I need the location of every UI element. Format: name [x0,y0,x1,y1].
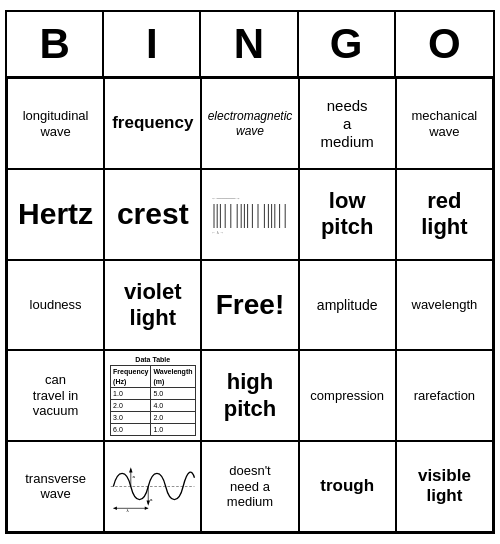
data-table: Data Table Frequency(Hz) Wavelength(m) 1… [110,355,195,436]
cell-r4c0: transversewave [7,441,104,532]
cell-r4c3: trough [299,441,396,532]
cell-r1c4: redlight [396,169,493,260]
cell-r3c0: cantravel invacuum [7,350,104,441]
svg-marker-27 [114,506,117,509]
cell-r2c0: loudness [7,260,104,351]
cell-r3c2-text: highpitch [224,369,277,422]
bingo-grid: longitudinalwave frequency electromagnet… [7,78,493,531]
cell-r2c0-text: loudness [30,297,82,313]
bingo-card: B I N G O longitudinalwave frequency ele… [5,10,495,533]
svg-marker-28 [145,506,148,509]
svg-text:←————→: ←————→ [212,196,241,201]
cell-r0c4: mechanicalwave [396,78,493,169]
cell-r4c2: doesn'tneed amedium [201,441,298,532]
cell-r3c3: compression [299,350,396,441]
cell-r4c2-text: doesn'tneed amedium [227,463,273,510]
cell-r1c3: lowpitch [299,169,396,260]
svg-text:← λ →: ← λ → [212,231,224,236]
header-n: N [201,12,298,76]
cell-r4c4: visiblelight [396,441,493,532]
header-b: B [7,12,104,76]
transverse-wave-icon: a a λ [109,459,196,514]
cell-r0c4-text: mechanicalwave [412,108,478,139]
cell-r2c1: violetlight [104,260,201,351]
cell-r0c1: frequency [104,78,201,169]
cell-r0c1-text: frequency [112,113,193,133]
cell-r2c3-text: amplitude [317,297,378,314]
cell-r0c3: needsamedium [299,78,396,169]
cell-r4c3-text: trough [320,476,374,496]
cell-r1c4-text: redlight [421,188,467,241]
cell-r0c2: electromagneticwave [201,78,298,169]
cell-r3c1-datatable: Data Table Frequency(Hz) Wavelength(m) 1… [104,350,201,441]
wave-icon: ←————→ ← λ → [210,189,290,239]
cell-r2c2-free: Free! [201,260,298,351]
header-i: I [104,12,201,76]
bingo-header: B I N G O [7,12,493,78]
cell-r2c2-text: Free! [216,288,284,322]
cell-r1c1-text: crest [117,196,189,232]
cell-r1c0-text: Hertz [18,196,93,232]
cell-r0c2-text: electromagneticwave [208,109,293,138]
svg-marker-21 [129,467,132,472]
cell-r3c0-text: cantravel invacuum [33,372,79,419]
cell-r3c3-text: compression [310,388,384,404]
cell-r1c0: Hertz [7,169,104,260]
cell-r0c0: longitudinalwave [7,78,104,169]
cell-r1c3-text: lowpitch [321,188,374,241]
cell-r3c4-text: rarefaction [414,388,475,404]
cell-r1c2-wave: ←————→ ← λ → [201,169,298,260]
cell-r2c3: amplitude [299,260,396,351]
cell-r3c4: rarefaction [396,350,493,441]
cell-r0c3-text: needsamedium [321,97,374,151]
cell-r1c1: crest [104,169,201,260]
cell-r4c4-text: visiblelight [418,466,471,507]
cell-r3c2: highpitch [201,350,298,441]
cell-r2c4-text: wavelength [412,297,478,313]
svg-text:a: a [150,497,153,502]
header-o: O [396,12,493,76]
header-g: G [299,12,396,76]
cell-r4c1-transverse: a a λ [104,441,201,532]
cell-r0c0-text: longitudinalwave [23,108,89,139]
svg-text:a: a [133,474,136,479]
cell-r2c1-text: violetlight [124,279,181,332]
cell-r2c4: wavelength [396,260,493,351]
cell-r4c0-text: transversewave [25,471,86,502]
